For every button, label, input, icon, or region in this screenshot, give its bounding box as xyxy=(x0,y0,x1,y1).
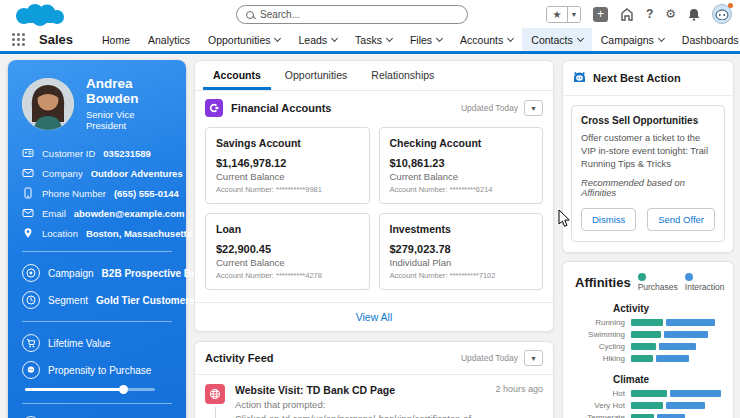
activity-items: Website Visit: TD Bank CD PageAction tha… xyxy=(195,374,553,418)
divider xyxy=(22,403,172,404)
legend-dot xyxy=(685,273,693,281)
guidance-center-icon[interactable] xyxy=(620,8,634,21)
search-icon xyxy=(246,11,254,19)
chevron-down-icon xyxy=(658,34,665,41)
nav-tab-home[interactable]: Home xyxy=(93,28,139,51)
dismiss-button[interactable]: Dismiss xyxy=(581,208,636,231)
legend-item-interaction: Interaction xyxy=(685,272,725,292)
account-amount: $279,023.78 xyxy=(390,243,533,255)
nav-tab-files[interactable]: Files xyxy=(401,28,451,51)
propensity-slider[interactable] xyxy=(25,388,155,391)
nav-tab-dashboards[interactable]: Dashboards xyxy=(673,28,740,51)
nav-tab-campaigns[interactable]: Campaigns xyxy=(592,28,673,51)
account-card-investments[interactable]: Investments$279,023.78Individual PlanAcc… xyxy=(379,213,544,290)
affinity-group-title: Climate xyxy=(613,374,721,385)
favorites-dropdown-icon[interactable]: ▼ xyxy=(567,7,580,22)
contact-field-phone-number: Phone Number(655) 555-0144 xyxy=(22,187,172,199)
app-launcher-icon[interactable] xyxy=(12,33,25,46)
nav-tabs: HomeAnalyticsOpportunitiesLeadsTasksFile… xyxy=(93,28,740,51)
einstein-icon xyxy=(572,69,587,87)
lifetime-value-row: Lifetime Value xyxy=(22,334,172,352)
help-icon[interactable]: ? xyxy=(646,7,653,21)
nav-tab-label: Opportunities xyxy=(208,34,270,46)
affinity-group-activity: ActivityRunningSwimmingCyclingHiking xyxy=(575,303,721,363)
recommendation-body: Offer customer a ticket to the VIP in-st… xyxy=(581,132,715,171)
tab-relationships[interactable]: Relationships xyxy=(361,61,444,90)
nav-tab-accounts[interactable]: Accounts xyxy=(451,28,522,51)
phone-icon xyxy=(22,187,34,199)
account-number: Account Number: **********9981 xyxy=(216,185,359,194)
affinity-bars xyxy=(631,331,721,338)
view-all-link[interactable]: View All xyxy=(195,302,553,331)
financial-accounts-menu-button[interactable]: ▼ xyxy=(524,100,543,116)
notifications-bell-icon[interactable] xyxy=(688,8,700,21)
affinity-label: Temperate xyxy=(575,413,631,418)
lifetime-value-label: Lifetime Value xyxy=(48,338,111,349)
segment-value: Gold Tier Customers xyxy=(96,295,195,306)
account-card-checking-account[interactable]: Checking Account$10,861.23Current Balanc… xyxy=(379,127,544,204)
global-search-input[interactable]: Search... xyxy=(236,5,468,24)
account-amount: $22,900.45 xyxy=(216,243,359,255)
slider-knob[interactable] xyxy=(119,385,128,394)
purchases-bar xyxy=(631,319,663,326)
affinity-group-title: Activity xyxy=(613,303,721,314)
next-best-action-card: Next Best Action Cross Sell Opportunitie… xyxy=(562,60,734,253)
field-label: Email xyxy=(42,208,66,219)
activity-feed-menu-button[interactable]: ▼ xyxy=(524,350,543,366)
activity-feed-title: Activity Feed xyxy=(205,352,273,364)
nav-tab-contacts[interactable]: Contacts xyxy=(522,28,591,51)
app-name[interactable]: Sales xyxy=(39,32,73,47)
tab-opportunities[interactable]: Opportunities xyxy=(275,61,357,90)
financial-accounts-title: Financial Accounts xyxy=(231,102,331,114)
app-navigation-bar: Sales HomeAnalyticsOpportunitiesLeadsTas… xyxy=(0,28,740,54)
notification-badge xyxy=(728,3,733,8)
campaign-label: Campaign xyxy=(48,268,94,279)
send-offer-button[interactable]: Send Offer xyxy=(647,208,715,231)
account-name: Investments xyxy=(390,223,533,235)
nav-tab-label: Analytics xyxy=(148,34,190,46)
contact-field-customer-id: Customer ID035231589 xyxy=(22,147,172,159)
activity-title[interactable]: Website Visit: TD Bank CD Page xyxy=(235,384,485,396)
favorite-star-icon[interactable]: ★ xyxy=(547,7,567,22)
account-card-loan[interactable]: Loan$22,900.45Current BalanceAccount Num… xyxy=(205,213,370,290)
nav-tab-analytics[interactable]: Analytics xyxy=(139,28,199,51)
chevron-down-icon xyxy=(274,34,281,41)
affinity-label: Hot xyxy=(575,389,631,398)
chevron-down-icon xyxy=(331,34,338,41)
nav-tab-leads[interactable]: Leads xyxy=(289,28,346,51)
field-label: Location xyxy=(42,228,78,239)
activity-detail: Clicked on td.com/us/en/personal-banking… xyxy=(235,413,485,418)
activity-body: Website Visit: TD Bank CD PageAction tha… xyxy=(235,384,485,418)
nav-tab-tasks[interactable]: Tasks xyxy=(346,28,401,51)
account-card-savings-account[interactable]: Savings Account$1,146,978.12Current Bala… xyxy=(205,127,370,204)
affinity-label: Hiking xyxy=(575,354,631,363)
affinity-group-climate: ClimateHotVery HotTemperateCold xyxy=(575,374,721,418)
cart-icon xyxy=(22,334,40,352)
contact-photo-avatar xyxy=(22,78,74,130)
affinity-row-hiking: Hiking xyxy=(575,354,721,363)
user-avatar[interactable] xyxy=(712,4,732,24)
updated-label: Updated Today xyxy=(461,103,518,113)
tab-accounts[interactable]: Accounts xyxy=(203,61,271,90)
id-card-icon xyxy=(22,147,34,159)
nav-tab-label: Home xyxy=(102,34,130,46)
timeline-connector xyxy=(215,407,217,418)
purchases-bar xyxy=(631,390,667,397)
divider xyxy=(22,251,172,252)
account-name: Savings Account xyxy=(216,137,359,149)
affinities-legend: PurchasesInteraction xyxy=(638,272,725,292)
legend-dot xyxy=(638,273,646,281)
purchases-bar xyxy=(631,402,663,409)
field-value: (655) 555-0144 xyxy=(114,188,179,199)
affinity-row-very-hot: Very Hot xyxy=(575,401,721,410)
account-amount: $1,146,978.12 xyxy=(216,157,359,169)
affinity-label: Running xyxy=(575,318,631,327)
setup-gear-icon[interactable]: ⚙ xyxy=(665,7,676,21)
favorites-control[interactable]: ★ ▼ xyxy=(546,6,581,23)
global-header: Search... ★ ▼ + ? ⚙ xyxy=(0,0,740,28)
affinity-bars xyxy=(631,343,721,350)
nav-tab-opportunities[interactable]: Opportunities xyxy=(199,28,289,51)
account-plan: Individual Plan xyxy=(390,257,533,268)
global-actions-icon[interactable]: + xyxy=(593,7,608,22)
purchases-bar xyxy=(631,355,653,362)
